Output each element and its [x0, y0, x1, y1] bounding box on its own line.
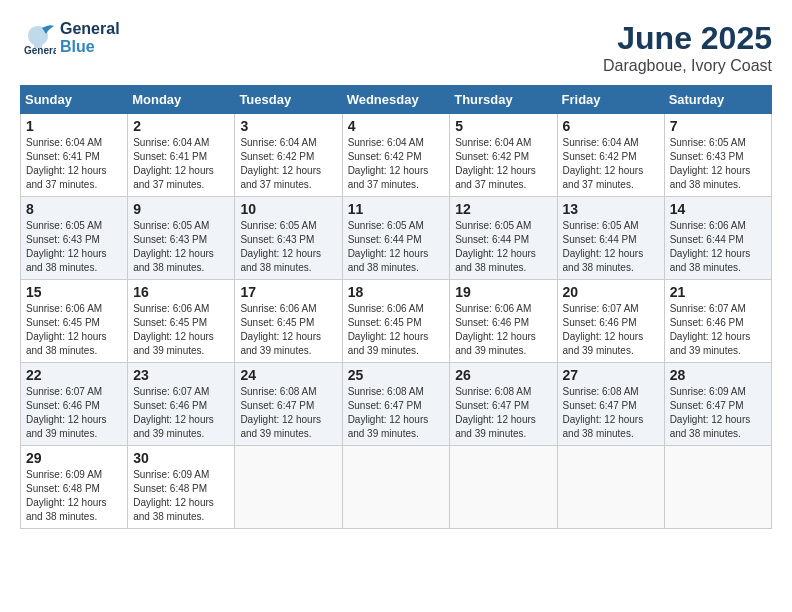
table-row: 16Sunrise: 6:06 AM Sunset: 6:45 PM Dayli…: [128, 280, 235, 363]
table-row: 5Sunrise: 6:04 AM Sunset: 6:42 PM Daylig…: [450, 114, 557, 197]
table-row: 29Sunrise: 6:09 AM Sunset: 6:48 PM Dayli…: [21, 446, 128, 529]
page-header: General General Blue June 2025 Daragboue…: [20, 20, 772, 75]
col-monday: Monday: [128, 86, 235, 114]
table-row: 23Sunrise: 6:07 AM Sunset: 6:46 PM Dayli…: [128, 363, 235, 446]
day-info: Sunrise: 6:05 AM Sunset: 6:43 PM Dayligh…: [133, 219, 229, 275]
day-number: 18: [348, 284, 445, 300]
day-number: 3: [240, 118, 336, 134]
day-number: 19: [455, 284, 551, 300]
title-area: June 2025 Daragboue, Ivory Coast: [603, 20, 772, 75]
day-number: 11: [348, 201, 445, 217]
day-info: Sunrise: 6:06 AM Sunset: 6:44 PM Dayligh…: [670, 219, 766, 275]
calendar-week-row: 22Sunrise: 6:07 AM Sunset: 6:46 PM Dayli…: [21, 363, 772, 446]
day-info: Sunrise: 6:07 AM Sunset: 6:46 PM Dayligh…: [133, 385, 229, 441]
table-row: [664, 446, 771, 529]
day-number: 22: [26, 367, 122, 383]
day-number: 20: [563, 284, 659, 300]
day-number: 12: [455, 201, 551, 217]
day-info: Sunrise: 6:08 AM Sunset: 6:47 PM Dayligh…: [455, 385, 551, 441]
day-info: Sunrise: 6:06 AM Sunset: 6:46 PM Dayligh…: [455, 302, 551, 358]
calendar-table: Sunday Monday Tuesday Wednesday Thursday…: [20, 85, 772, 529]
location-title: Daragboue, Ivory Coast: [603, 57, 772, 75]
day-number: 4: [348, 118, 445, 134]
logo-general: General: [60, 20, 120, 38]
day-info: Sunrise: 6:04 AM Sunset: 6:42 PM Dayligh…: [348, 136, 445, 192]
table-row: 15Sunrise: 6:06 AM Sunset: 6:45 PM Dayli…: [21, 280, 128, 363]
table-row: 14Sunrise: 6:06 AM Sunset: 6:44 PM Dayli…: [664, 197, 771, 280]
table-row: 9Sunrise: 6:05 AM Sunset: 6:43 PM Daylig…: [128, 197, 235, 280]
day-info: Sunrise: 6:05 AM Sunset: 6:43 PM Dayligh…: [240, 219, 336, 275]
logo: General General Blue: [20, 20, 120, 56]
day-info: Sunrise: 6:06 AM Sunset: 6:45 PM Dayligh…: [240, 302, 336, 358]
calendar-week-row: 1Sunrise: 6:04 AM Sunset: 6:41 PM Daylig…: [21, 114, 772, 197]
day-info: Sunrise: 6:08 AM Sunset: 6:47 PM Dayligh…: [563, 385, 659, 441]
day-info: Sunrise: 6:09 AM Sunset: 6:47 PM Dayligh…: [670, 385, 766, 441]
day-number: 21: [670, 284, 766, 300]
table-row: [557, 446, 664, 529]
day-number: 24: [240, 367, 336, 383]
svg-text:General: General: [24, 45, 56, 56]
calendar-week-row: 8Sunrise: 6:05 AM Sunset: 6:43 PM Daylig…: [21, 197, 772, 280]
table-row: 26Sunrise: 6:08 AM Sunset: 6:47 PM Dayli…: [450, 363, 557, 446]
table-row: [450, 446, 557, 529]
table-row: 1Sunrise: 6:04 AM Sunset: 6:41 PM Daylig…: [21, 114, 128, 197]
table-row: 30Sunrise: 6:09 AM Sunset: 6:48 PM Dayli…: [128, 446, 235, 529]
col-saturday: Saturday: [664, 86, 771, 114]
day-info: Sunrise: 6:06 AM Sunset: 6:45 PM Dayligh…: [133, 302, 229, 358]
day-info: Sunrise: 6:05 AM Sunset: 6:43 PM Dayligh…: [26, 219, 122, 275]
table-row: 24Sunrise: 6:08 AM Sunset: 6:47 PM Dayli…: [235, 363, 342, 446]
table-row: 8Sunrise: 6:05 AM Sunset: 6:43 PM Daylig…: [21, 197, 128, 280]
day-info: Sunrise: 6:06 AM Sunset: 6:45 PM Dayligh…: [348, 302, 445, 358]
day-info: Sunrise: 6:07 AM Sunset: 6:46 PM Dayligh…: [670, 302, 766, 358]
day-number: 8: [26, 201, 122, 217]
day-info: Sunrise: 6:05 AM Sunset: 6:43 PM Dayligh…: [670, 136, 766, 192]
col-sunday: Sunday: [21, 86, 128, 114]
day-number: 17: [240, 284, 336, 300]
logo-icon: General: [20, 20, 56, 56]
day-info: Sunrise: 6:07 AM Sunset: 6:46 PM Dayligh…: [563, 302, 659, 358]
table-row: 17Sunrise: 6:06 AM Sunset: 6:45 PM Dayli…: [235, 280, 342, 363]
table-row: 11Sunrise: 6:05 AM Sunset: 6:44 PM Dayli…: [342, 197, 450, 280]
table-row: 10Sunrise: 6:05 AM Sunset: 6:43 PM Dayli…: [235, 197, 342, 280]
day-info: Sunrise: 6:04 AM Sunset: 6:42 PM Dayligh…: [455, 136, 551, 192]
day-info: Sunrise: 6:09 AM Sunset: 6:48 PM Dayligh…: [26, 468, 122, 524]
day-number: 23: [133, 367, 229, 383]
table-row: 19Sunrise: 6:06 AM Sunset: 6:46 PM Dayli…: [450, 280, 557, 363]
day-number: 13: [563, 201, 659, 217]
table-row: 6Sunrise: 6:04 AM Sunset: 6:42 PM Daylig…: [557, 114, 664, 197]
calendar-header-row: Sunday Monday Tuesday Wednesday Thursday…: [21, 86, 772, 114]
day-number: 16: [133, 284, 229, 300]
logo-text: General Blue: [60, 20, 120, 55]
col-friday: Friday: [557, 86, 664, 114]
table-row: 20Sunrise: 6:07 AM Sunset: 6:46 PM Dayli…: [557, 280, 664, 363]
table-row: 2Sunrise: 6:04 AM Sunset: 6:41 PM Daylig…: [128, 114, 235, 197]
table-row: [235, 446, 342, 529]
calendar-week-row: 15Sunrise: 6:06 AM Sunset: 6:45 PM Dayli…: [21, 280, 772, 363]
day-info: Sunrise: 6:09 AM Sunset: 6:48 PM Dayligh…: [133, 468, 229, 524]
table-row: [342, 446, 450, 529]
day-info: Sunrise: 6:05 AM Sunset: 6:44 PM Dayligh…: [455, 219, 551, 275]
day-number: 28: [670, 367, 766, 383]
month-title: June 2025: [603, 20, 772, 57]
day-info: Sunrise: 6:05 AM Sunset: 6:44 PM Dayligh…: [348, 219, 445, 275]
day-number: 9: [133, 201, 229, 217]
day-info: Sunrise: 6:08 AM Sunset: 6:47 PM Dayligh…: [348, 385, 445, 441]
day-number: 27: [563, 367, 659, 383]
calendar-week-row: 29Sunrise: 6:09 AM Sunset: 6:48 PM Dayli…: [21, 446, 772, 529]
day-number: 30: [133, 450, 229, 466]
table-row: 21Sunrise: 6:07 AM Sunset: 6:46 PM Dayli…: [664, 280, 771, 363]
day-info: Sunrise: 6:08 AM Sunset: 6:47 PM Dayligh…: [240, 385, 336, 441]
table-row: 25Sunrise: 6:08 AM Sunset: 6:47 PM Dayli…: [342, 363, 450, 446]
logo-blue: Blue: [60, 38, 120, 56]
day-info: Sunrise: 6:04 AM Sunset: 6:42 PM Dayligh…: [240, 136, 336, 192]
table-row: 22Sunrise: 6:07 AM Sunset: 6:46 PM Dayli…: [21, 363, 128, 446]
day-info: Sunrise: 6:07 AM Sunset: 6:46 PM Dayligh…: [26, 385, 122, 441]
day-number: 6: [563, 118, 659, 134]
day-number: 5: [455, 118, 551, 134]
day-info: Sunrise: 6:04 AM Sunset: 6:41 PM Dayligh…: [133, 136, 229, 192]
day-number: 25: [348, 367, 445, 383]
table-row: 13Sunrise: 6:05 AM Sunset: 6:44 PM Dayli…: [557, 197, 664, 280]
day-number: 26: [455, 367, 551, 383]
day-number: 14: [670, 201, 766, 217]
table-row: 27Sunrise: 6:08 AM Sunset: 6:47 PM Dayli…: [557, 363, 664, 446]
